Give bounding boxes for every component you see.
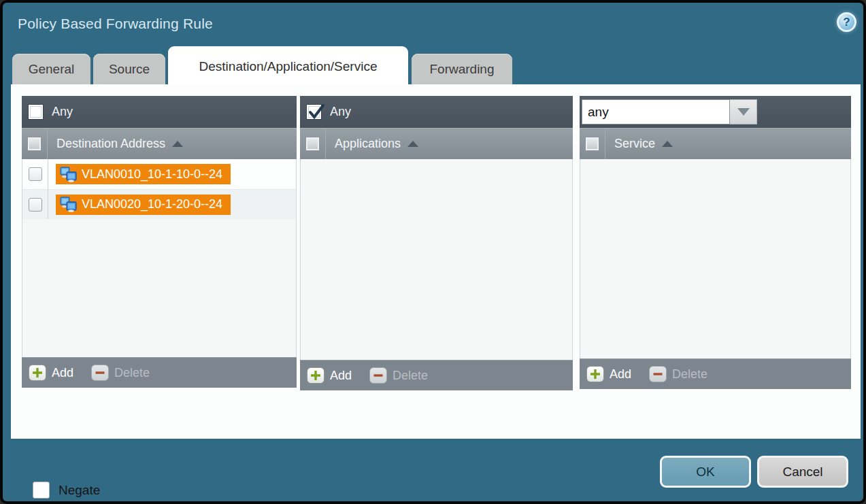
help-icon[interactable]: ? [837, 12, 856, 32]
dialog-title: Policy Based Forwarding Rule [18, 16, 213, 32]
cancel-button[interactable]: Cancel [757, 456, 848, 488]
tab-content-panel: Any Destination Address [11, 84, 861, 439]
address-object-vlan0010[interactable]: VLAN0010_10-1-10-0--24 [56, 164, 231, 184]
applications-toolbar: Add Delete [300, 360, 573, 390]
row-checkbox[interactable] [29, 167, 42, 181]
service-select-all-checkbox[interactable] [586, 137, 599, 150]
service-column-header[interactable]: Service [580, 128, 851, 159]
service-list [580, 159, 851, 358]
destination-toolbar: Add Delete [22, 357, 297, 388]
pbf-rule-dialog: Policy Based Forwarding Rule ? General S… [3, 3, 863, 501]
address-object-vlan0020[interactable]: VLAN0020_10-1-20-0--24 [56, 195, 231, 215]
service-column: Service Add Delete [580, 96, 851, 389]
header-divider [47, 129, 48, 159]
add-label: Add [610, 367, 631, 382]
add-icon [586, 366, 604, 382]
row-checkbox[interactable] [29, 198, 42, 212]
service-selector-bar [580, 96, 851, 128]
sort-ascending-icon [172, 141, 183, 147]
add-button[interactable]: Add [29, 365, 73, 381]
add-label: Add [330, 369, 352, 383]
applications-header-label: Applications [335, 137, 401, 151]
add-label: Add [52, 366, 73, 380]
delete-label: Delete [114, 366, 150, 380]
destination-any-label: Any [52, 105, 73, 119]
tab-general[interactable]: General [12, 54, 90, 85]
delete-button[interactable]: Delete [649, 366, 707, 382]
service-combobox-input[interactable] [582, 99, 730, 124]
delete-label: Delete [393, 369, 428, 383]
network-address-icon [59, 197, 78, 212]
table-row: VLAN0020_10-1-20-0--24 [22, 189, 296, 219]
delete-button[interactable]: Delete [91, 365, 150, 381]
header-divider [325, 129, 326, 159]
destination-address-column: Any Destination Address [22, 96, 297, 388]
destination-list: VLAN0010_10-1-10-0--24 [22, 159, 297, 357]
destination-column-header[interactable]: Destination Address [22, 128, 297, 159]
network-address-icon [59, 167, 78, 182]
chevron-down-icon [737, 108, 750, 116]
checkmark-icon [307, 103, 325, 121]
tab-forwarding[interactable]: Forwarding [412, 54, 512, 85]
tab-destination-application-service[interactable]: Destination/Application/Service [168, 46, 408, 85]
add-button[interactable]: Add [586, 366, 631, 382]
service-header-label: Service [614, 137, 655, 151]
add-icon [307, 367, 324, 384]
destination-select-all-checkbox[interactable] [28, 137, 41, 150]
add-button[interactable]: Add [307, 367, 352, 384]
table-row: VLAN0010_10-1-10-0--24 [22, 159, 296, 189]
negate-checkbox[interactable] [33, 482, 50, 499]
add-icon [29, 365, 46, 381]
sort-ascending-icon [662, 141, 673, 147]
address-object-label: VLAN0010_10-1-10-0--24 [82, 167, 222, 182]
destination-any-checkbox[interactable] [28, 104, 44, 120]
negate-label: Negate [59, 483, 100, 498]
delete-label: Delete [672, 367, 707, 382]
ok-button[interactable]: OK [660, 456, 751, 488]
tab-source[interactable]: Source [93, 54, 165, 85]
applications-select-all-checkbox[interactable] [306, 137, 319, 150]
delete-icon [649, 366, 667, 382]
header-divider [605, 129, 605, 159]
applications-column-header[interactable]: Applications [300, 128, 573, 159]
negate-option: Negate [33, 482, 100, 499]
destination-header-label: Destination Address [56, 137, 165, 151]
service-toolbar: Add Delete [580, 358, 851, 389]
screenshot-frame: Policy Based Forwarding Rule ? General S… [0, 0, 866, 504]
address-object-label: VLAN0020_10-1-20-0--24 [82, 197, 222, 212]
applications-column: Any Applications Add [300, 96, 573, 390]
applications-any-bar: Any [300, 96, 573, 128]
destination-any-bar: Any [22, 96, 297, 128]
sort-ascending-icon [407, 141, 418, 147]
applications-any-checkbox[interactable] [306, 104, 322, 120]
applications-list [300, 159, 573, 360]
service-combobox-button[interactable] [730, 99, 757, 124]
service-combobox [582, 99, 757, 124]
delete-icon [91, 365, 109, 381]
applications-any-label: Any [330, 105, 351, 119]
delete-button[interactable]: Delete [369, 367, 428, 384]
delete-icon [369, 367, 387, 384]
